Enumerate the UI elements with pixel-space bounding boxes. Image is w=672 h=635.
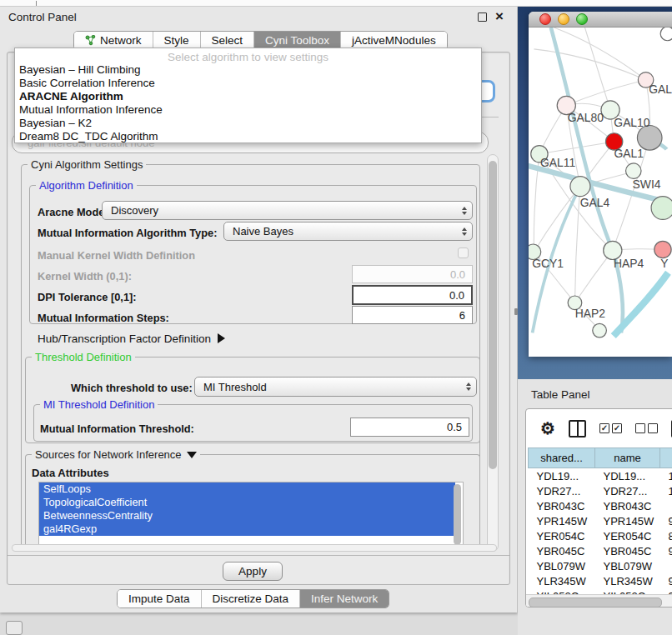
- column-header-shared[interactable]: shared...: [529, 448, 595, 468]
- cell[interactable]: YBL079W: [529, 558, 595, 573]
- dpi-tolerance-field[interactable]: 0.0: [352, 285, 473, 305]
- kernel-width-label: Kernel Width (0,1):: [38, 270, 132, 282]
- cell[interactable]: YBR045C: [529, 543, 595, 558]
- tab-select[interactable]: Select: [200, 32, 254, 49]
- cell[interactable]: 9.: [660, 573, 672, 588]
- columns-icon[interactable]: [569, 420, 586, 438]
- hub-definition-toggle[interactable]: Hub/Transcription Factor Definition: [38, 332, 225, 345]
- cell[interactable]: 8.: [660, 528, 672, 543]
- column-header-name[interactable]: name: [595, 448, 660, 468]
- network-canvas[interactable]: GAL GAL80 GAL10 GAL1 GAL11 SWI4 GAL4 GCY…: [529, 28, 672, 357]
- table-row[interactable]: YLR345WYLR345W9.: [529, 573, 672, 588]
- close-traffic-light-icon[interactable]: [539, 13, 551, 25]
- float-window-icon[interactable]: [478, 12, 487, 22]
- data-attributes-list: SelfLoops TopologicalCoefficient Between…: [38, 482, 464, 548]
- tab-impute-data[interactable]: Impute Data: [118, 590, 201, 608]
- gear-icon[interactable]: ⚙: [540, 418, 555, 438]
- list-scrollbar-thumb[interactable]: [454, 484, 461, 545]
- cell[interactable]: YDL19...: [529, 468, 595, 484]
- algorithm-item-bayesian-hill-climbing[interactable]: Bayesian – Hill Climbing: [15, 63, 481, 77]
- cell[interactable]: YBR043C: [595, 498, 660, 513]
- table-row[interactable]: YER054CYER054C8.: [529, 528, 672, 543]
- table-row[interactable]: YPR145WYPR145W9.: [529, 513, 672, 528]
- list-item-gal4rgexp[interactable]: gal4RGexp: [39, 522, 455, 536]
- mi-algorithm-type-combo[interactable]: Naive Bayes: [223, 222, 473, 241]
- node-gal4[interactable]: [570, 177, 590, 197]
- column-header-cut[interactable]: [660, 448, 672, 468]
- minimize-traffic-light-icon[interactable]: [558, 13, 569, 25]
- cell[interactable]: YBR043C: [529, 498, 595, 513]
- table-row[interactable]: YBR045CYBR045C9.: [529, 543, 672, 558]
- tab-discretize-data[interactable]: Discretize Data: [201, 590, 300, 608]
- cell[interactable]: [660, 498, 672, 513]
- list-item-topologicalcoefficient[interactable]: TopologicalCoefficient: [39, 496, 455, 509]
- tab-cyni-toolbox[interactable]: Cyni Toolbox: [253, 32, 340, 49]
- algorithm-item-bayesian-k2[interactable]: Bayesian – K2: [15, 117, 481, 130]
- zoom-traffic-light-icon[interactable]: [576, 13, 588, 25]
- table-panel-window: ⚙ ✓✓ shared... name YDL19...YDL19...13 Y…: [525, 408, 672, 608]
- cyni-algorithm-settings-title: Cyni Algorithm Settings: [28, 158, 146, 171]
- algorithm-item-aracne[interactable]: ARACNE Algorithm: [15, 90, 481, 103]
- cell[interactable]: YER054C: [595, 528, 660, 543]
- mi-threshold-definition-title: MI Threshold Definition: [40, 398, 158, 411]
- cell[interactable]: 9.: [660, 513, 672, 528]
- cell[interactable]: YBR045C: [595, 543, 660, 558]
- manual-kernel-width-checkbox[interactable]: [458, 248, 469, 258]
- node-bottom-cut[interactable]: [593, 323, 607, 338]
- table-row[interactable]: YDR27...YDR27...12: [529, 483, 672, 498]
- network-window-titlebar: [529, 12, 672, 28]
- table-row[interactable]: YDL19...YDL19...13: [529, 468, 672, 484]
- cell[interactable]: YLR345W: [595, 573, 660, 588]
- dpi-tolerance-label: DPI Tolerance [0,1]:: [38, 291, 137, 303]
- node-y-partial[interactable]: [654, 241, 671, 258]
- list-item-selfloops[interactable]: SelfLoops: [39, 482, 455, 496]
- apply-button[interactable]: Apply: [223, 562, 283, 581]
- kernel-width-field[interactable]: 0.0: [352, 265, 473, 283]
- cell[interactable]: 13: [660, 468, 672, 484]
- node-label-gal11: GAL11: [540, 156, 575, 169]
- algorithm-definition-title: Algorithm Definition: [36, 179, 137, 192]
- node-table: shared... name YDL19...YDL19...13 YDR27.…: [528, 448, 672, 603]
- list-item-betweennesscentrality[interactable]: BetweennessCentrality: [39, 509, 455, 522]
- node-unlabeled-cut[interactable]: [660, 28, 672, 41]
- node-label-swi4: SWI4: [633, 178, 661, 191]
- mi-threshold-field[interactable]: 0.5: [350, 418, 469, 437]
- tab-infer-network[interactable]: Infer Network: [299, 590, 389, 608]
- algorithm-popup-placeholder: Select algorithm to view settings: [15, 48, 481, 63]
- table-horizontal-scrollbar[interactable]: [526, 594, 672, 608]
- cell[interactable]: [660, 558, 672, 573]
- panel-divider-handle[interactable]: [514, 308, 518, 315]
- node-big-green-cut[interactable]: [651, 197, 672, 220]
- settings-horizontal-scrollbar[interactable]: [12, 544, 497, 552]
- algorithm-item-dream8[interactable]: Dream8 DC_TDC Algorithm: [15, 130, 481, 143]
- close-icon[interactable]: ×: [495, 12, 504, 21]
- aracne-mode-combo[interactable]: Discovery: [102, 201, 473, 220]
- algorithm-item-mutual-information[interactable]: Mutual Information Inference: [15, 103, 481, 117]
- settings-scrollbar-thumb[interactable]: [489, 161, 497, 469]
- sources-group-title[interactable]: Sources for Network Inference: [32, 448, 200, 461]
- cell[interactable]: YLR345W: [529, 573, 595, 588]
- cell[interactable]: YER054C: [529, 528, 595, 543]
- algorithm-item-basic-correlation[interactable]: Basic Correlation Inference: [15, 77, 481, 90]
- cell[interactable]: YPR145W: [595, 513, 660, 528]
- mi-steps-field[interactable]: 6: [352, 306, 473, 324]
- table-row[interactable]: YBR043CYBR043C: [529, 498, 672, 513]
- cell[interactable]: YDR27...: [595, 483, 660, 498]
- cell[interactable]: YDR27...: [529, 483, 595, 498]
- tab-network[interactable]: Network: [74, 32, 153, 49]
- select-all-checkboxes-icon[interactable]: ✓✓: [599, 423, 622, 433]
- tab-style[interactable]: Style: [153, 32, 200, 49]
- settings-scrollbar[interactable]: [487, 154, 499, 552]
- which-threshold-combo[interactable]: MI Threshold: [194, 377, 477, 397]
- collapsed-panel-button[interactable]: [6, 621, 23, 635]
- cell[interactable]: YDL19...: [595, 468, 660, 484]
- node-swi4[interactable]: [626, 163, 642, 179]
- cell[interactable]: 9.: [660, 543, 672, 558]
- cell[interactable]: YBL079W: [595, 558, 660, 573]
- cell[interactable]: 12: [660, 483, 672, 498]
- deselect-all-checkboxes-icon[interactable]: [635, 423, 658, 433]
- table-horizontal-scrollbar-thumb[interactable]: [529, 598, 662, 608]
- table-row[interactable]: YBL079WYBL079W: [529, 558, 672, 573]
- cell[interactable]: YPR145W: [529, 513, 595, 528]
- tab-jactivemnodules[interactable]: jActiveMNodules: [340, 32, 447, 49]
